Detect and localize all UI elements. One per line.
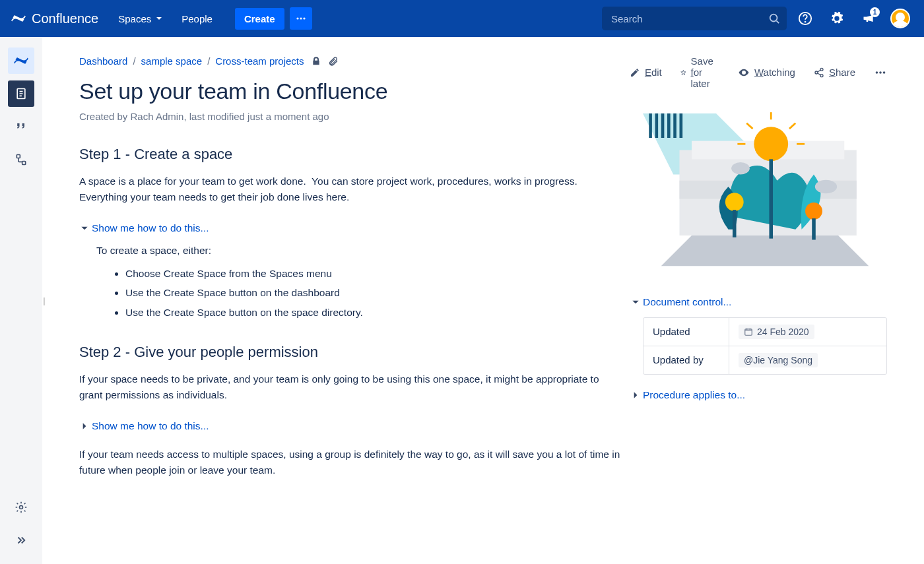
- edit-action[interactable]: Edit: [630, 67, 662, 78]
- doc-control-toggle[interactable]: Document control...: [631, 296, 887, 308]
- svg-rect-17: [649, 113, 652, 138]
- svg-point-0: [296, 17, 298, 19]
- chevron-down-icon: [631, 298, 640, 307]
- updated-by-value[interactable]: @Jie Yang Song: [739, 353, 818, 367]
- search-wrap: [602, 7, 787, 30]
- step1-heading: Step 1 - Create a space: [79, 146, 622, 163]
- step2-expand-toggle[interactable]: Show me how to do this...: [79, 420, 622, 432]
- chevron-down-icon: [155, 15, 163, 22]
- star-icon: [680, 67, 686, 78]
- breadcrumb-parent[interactable]: Cross-team projects: [215, 55, 304, 67]
- create-more-button[interactable]: [290, 7, 312, 30]
- gear-icon: [830, 11, 844, 26]
- svg-point-27: [815, 180, 837, 193]
- breadcrumb-space[interactable]: sample space: [141, 55, 203, 67]
- svg-point-28: [754, 127, 788, 161]
- rail-tree[interactable]: [8, 146, 34, 173]
- svg-rect-18: [655, 113, 659, 138]
- rail-home[interactable]: [8, 47, 34, 74]
- create-button[interactable]: Create: [235, 8, 284, 30]
- more-actions[interactable]: [874, 66, 887, 79]
- notification-badge: 1: [870, 7, 880, 17]
- svg-point-37: [805, 203, 822, 220]
- chevron-right-icon: [79, 422, 90, 431]
- avatar: [890, 9, 910, 28]
- ellipsis-icon: [874, 66, 887, 79]
- breadcrumb-dashboard[interactable]: Dashboard: [79, 55, 127, 67]
- svg-point-5: [805, 22, 806, 22]
- watching-action[interactable]: Watching: [738, 67, 795, 78]
- svg-point-9: [20, 506, 23, 509]
- product-logo[interactable]: Confluence: [11, 11, 98, 26]
- svg-point-2: [303, 17, 305, 19]
- nav-people[interactable]: People: [175, 8, 219, 30]
- procedure-toggle[interactable]: Procedure applies to...: [631, 389, 887, 401]
- byline: Created by Rach Admin, last modified jus…: [79, 111, 622, 122]
- ellipsis-icon: [295, 13, 307, 24]
- page-title: Set up your team in Confluence: [79, 78, 622, 104]
- svg-rect-36: [733, 210, 737, 237]
- svg-rect-39: [745, 329, 752, 335]
- svg-rect-8: [22, 162, 26, 165]
- quote-icon: [15, 120, 28, 133]
- svg-rect-21: [673, 113, 676, 138]
- svg-rect-20: [667, 113, 671, 138]
- tree-icon: [15, 153, 28, 166]
- left-rail: ||: [0, 37, 42, 564]
- svg-point-35: [725, 193, 744, 211]
- save-later-action[interactable]: Save for later: [680, 55, 719, 89]
- confluence-icon: [13, 53, 29, 69]
- svg-rect-29: [769, 159, 773, 238]
- updated-value: 24 Feb 2020: [739, 325, 814, 339]
- profile-button[interactable]: [887, 5, 913, 32]
- share-action[interactable]: Share: [814, 67, 855, 78]
- chevron-right-double-icon: [15, 534, 27, 546]
- product-name: Confluence: [32, 11, 98, 26]
- svg-rect-19: [661, 113, 665, 138]
- step2-body1: If your space needs to be private, and y…: [79, 371, 622, 403]
- step1-expand-content: To create a space, either: Choose Create…: [79, 234, 622, 329]
- settings-button[interactable]: [824, 5, 850, 32]
- search-icon: [768, 13, 780, 24]
- svg-point-12: [820, 74, 823, 77]
- calendar-icon: [744, 327, 753, 336]
- rail-collapse-handle[interactable]: ||: [43, 296, 44, 305]
- help-button[interactable]: [792, 5, 818, 32]
- page-icon: [15, 87, 28, 100]
- svg-point-15: [883, 71, 886, 74]
- svg-point-14: [879, 71, 882, 74]
- svg-rect-7: [16, 155, 20, 158]
- rail-pages[interactable]: [8, 80, 34, 107]
- step1-expand-toggle[interactable]: Show me how to do this...: [79, 222, 622, 234]
- notifications-button[interactable]: 1: [855, 5, 882, 32]
- page-actions: Edit Save for later Watching Share: [630, 55, 887, 89]
- rail-settings[interactable]: [8, 494, 34, 520]
- svg-point-3: [770, 15, 777, 22]
- list-item: Choose Create Space from the Spaces menu: [125, 266, 622, 281]
- svg-point-11: [815, 71, 818, 74]
- attachment-icon[interactable]: [328, 56, 339, 67]
- rail-blog[interactable]: [8, 113, 34, 140]
- search-input[interactable]: [602, 7, 787, 30]
- chevron-right-icon: [631, 391, 640, 400]
- list-item: Use the Create Space button on the space…: [125, 305, 622, 320]
- pencil-icon: [630, 67, 640, 78]
- list-item: Use the Create Space button on the dashb…: [125, 285, 622, 300]
- svg-rect-22: [680, 113, 683, 138]
- rail-expand[interactable]: [8, 527, 34, 553]
- top-nav: Confluence Spaces People Create 1: [0, 0, 924, 37]
- hero-illustration: [643, 101, 887, 272]
- svg-point-10: [820, 68, 823, 71]
- svg-point-13: [876, 71, 878, 74]
- confluence-icon: [11, 11, 26, 26]
- updated-by-label: Updated by: [644, 346, 729, 374]
- step2-body2: If your team needs access to multiple sp…: [79, 447, 622, 478]
- eye-icon: [738, 67, 750, 78]
- nav-spaces[interactable]: Spaces: [112, 8, 170, 30]
- chevron-down-icon: [79, 224, 90, 233]
- help-icon: [798, 11, 812, 26]
- breadcrumb: Dashboard / sample space / Cross-team pr…: [79, 55, 304, 67]
- restrictions-icon[interactable]: [311, 56, 321, 67]
- step2-heading: Step 2 - Give your people permission: [79, 344, 622, 361]
- updated-label: Updated: [644, 318, 729, 346]
